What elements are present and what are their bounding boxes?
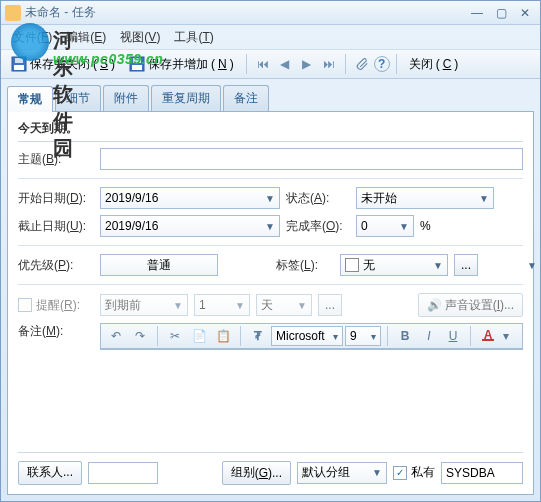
font-size-select[interactable]: 9▾ <box>345 326 381 346</box>
menu-tools[interactable]: 工具(T) <box>168 27 219 48</box>
private-checkbox-wrap[interactable]: ✓私有 <box>393 464 435 481</box>
reminder-unit-select[interactable]: 天▼ <box>256 294 312 316</box>
start-date-picker[interactable]: 2019/9/16▼ <box>100 187 280 209</box>
tab-general[interactable]: 常规 <box>7 86 53 112</box>
complete-spinner[interactable]: 0▼ <box>356 215 414 237</box>
tab-recurrence[interactable]: 重复周期 <box>151 85 221 111</box>
chevron-down-icon: ▼ <box>433 260 443 271</box>
close-window-button[interactable]: ✕ <box>514 4 536 22</box>
private-label: 私有 <box>411 464 435 481</box>
reminder-num-spinner[interactable]: 1▼ <box>194 294 250 316</box>
divider-icon <box>18 178 523 179</box>
editor-toolbar: ↶ ↷ ✂ 📄 📋 ₮ Microsoft▾ 9▾ B I U <box>100 323 523 349</box>
status-select[interactable]: 未开始▼ <box>356 187 494 209</box>
prev-record-button[interactable]: ◀ <box>275 54 295 74</box>
separator-icon <box>246 54 247 74</box>
contacts-button[interactable]: 联系人... <box>18 461 82 485</box>
start-date-label: 开始日期(D): <box>18 190 94 207</box>
redo-button[interactable]: ↷ <box>129 326 151 346</box>
close-button[interactable]: 关闭(C) <box>403 54 465 75</box>
titlebar: 未命名 - 任务 — ▢ ✕ <box>1 1 540 25</box>
group-button[interactable]: 组别(G)... <box>222 461 291 485</box>
speaker-icon: 🔊 <box>427 298 442 312</box>
reminder-when-select[interactable]: 到期前▼ <box>100 294 188 316</box>
window-title: 未命名 - 任务 <box>25 4 464 21</box>
memo-textarea[interactable] <box>100 349 523 350</box>
tag-more-button[interactable]: ... <box>454 254 478 276</box>
contacts-field[interactable] <box>88 462 158 484</box>
chevron-down-icon: ▼ <box>399 221 409 232</box>
first-record-button[interactable]: ⏮ <box>253 54 273 74</box>
memo-label: 备注(M): <box>18 323 94 340</box>
chevron-down-icon: ▾ <box>371 331 376 342</box>
minimize-button[interactable]: — <box>466 4 488 22</box>
footer: 联系人... 组别(G)... 默认分组▼ ✓私有 SYSDBA <box>18 452 523 486</box>
separator-icon <box>345 54 346 74</box>
bold-button[interactable]: B <box>394 326 416 346</box>
font-color-dropdown[interactable]: ▾ <box>501 326 511 346</box>
tab-attachments[interactable]: 附件 <box>103 85 149 111</box>
svg-rect-1 <box>14 65 24 70</box>
insert-text-icon[interactable]: ₮ <box>247 326 269 346</box>
divider-icon <box>18 245 523 246</box>
chevron-down-icon: ▼ <box>265 221 275 232</box>
general-panel: 今天到期。 主题(B): 开始日期(D): 2019/9/16▼ 状态(A): … <box>7 112 534 495</box>
chevron-down-icon: ▼ <box>297 300 307 311</box>
copy-button[interactable]: 📄 <box>188 326 210 346</box>
tag-label: 标签(L): <box>276 257 334 274</box>
save-close-button[interactable]: 保存并关闭(S) <box>5 54 121 75</box>
tab-details[interactable]: 细节 <box>55 85 101 111</box>
menu-view[interactable]: 视图(V) <box>114 27 166 48</box>
task-window: 未命名 - 任务 — ▢ ✕ 河东软件园 www.pc0359.cn 文件(F)… <box>0 0 541 502</box>
maximize-button[interactable]: ▢ <box>490 4 512 22</box>
due-banner: 今天到期。 <box>18 120 523 142</box>
chevron-down-icon: ▼ <box>479 193 489 204</box>
chevron-down-icon: ▼ <box>265 193 275 204</box>
next-record-button[interactable]: ▶ <box>297 54 317 74</box>
chevron-down-icon: ▼ <box>235 300 245 311</box>
font-select[interactable]: Microsoft▾ <box>271 326 343 346</box>
app-icon <box>5 5 21 21</box>
toolbar: 保存并关闭(S) 保存并增加(N) ⏮ ◀ ▶ ⏭ ? 关闭(C) <box>1 49 540 79</box>
tabs: 常规 细节 附件 重复周期 备注 <box>7 85 534 112</box>
menu-file[interactable]: 文件(F) <box>7 27 58 48</box>
font-color-button[interactable]: A <box>477 326 499 346</box>
chevron-down-icon: ▼ <box>173 300 183 311</box>
svg-rect-2 <box>15 58 23 63</box>
last-record-button[interactable]: ⏭ <box>319 54 339 74</box>
reminder-more-button[interactable]: ... <box>318 294 342 316</box>
reminder-checkbox[interactable] <box>18 298 32 312</box>
end-date-picker[interactable]: 2019/9/16▼ <box>100 215 280 237</box>
menubar: 河东软件园 www.pc0359.cn 文件(F) 编辑(E) 视图(V) 工具… <box>1 25 540 49</box>
menu-edit[interactable]: 编辑(E) <box>60 27 112 48</box>
body: 常规 细节 附件 重复周期 备注 今天到期。 主题(B): 开始日期(D): 2… <box>1 79 540 501</box>
italic-button[interactable]: I <box>418 326 440 346</box>
underline-button[interactable]: U <box>442 326 464 346</box>
cut-button[interactable]: ✂ <box>164 326 186 346</box>
priority-select[interactable]: 普通▼ <box>100 254 218 276</box>
floppy-plus-icon <box>129 56 145 72</box>
divider-icon <box>18 284 523 285</box>
sound-settings-button[interactable]: 🔊 声音设置(I)... <box>418 293 523 317</box>
complete-label: 完成率(O): <box>286 218 350 235</box>
attachment-button[interactable] <box>352 54 372 74</box>
svg-rect-4 <box>132 65 142 70</box>
chevron-down-icon: ▾ <box>333 331 338 342</box>
undo-button[interactable]: ↶ <box>105 326 127 346</box>
private-checkbox[interactable]: ✓ <box>393 466 407 480</box>
save-add-button[interactable]: 保存并增加(N) <box>123 54 240 75</box>
paste-button[interactable]: 📋 <box>212 326 234 346</box>
status-label: 状态(A): <box>286 190 350 207</box>
owner-field[interactable]: SYSDBA <box>441 462 523 484</box>
reminder-label: 提醒(R): <box>18 297 94 314</box>
paperclip-icon <box>355 57 369 71</box>
subject-label: 主题(B): <box>18 151 94 168</box>
tab-notes[interactable]: 备注 <box>223 85 269 111</box>
tag-select[interactable]: 无▼ <box>340 254 448 276</box>
separator-icon <box>396 54 397 74</box>
help-button[interactable]: ? <box>374 56 390 72</box>
chevron-down-icon: ▼ <box>372 467 382 478</box>
group-select[interactable]: 默认分组▼ <box>297 462 387 484</box>
subject-input[interactable] <box>100 148 523 170</box>
priority-label: 优先级(P): <box>18 257 94 274</box>
